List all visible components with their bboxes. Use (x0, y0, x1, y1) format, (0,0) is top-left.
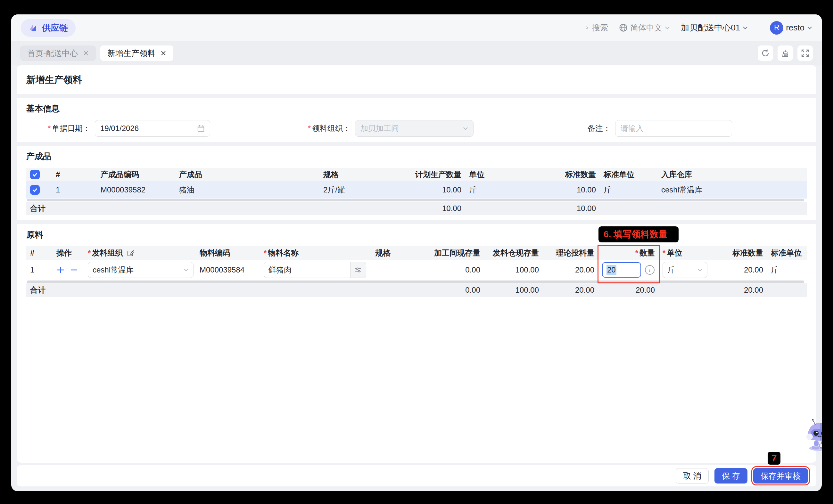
col-planned-qty: 计划生产数量 (398, 168, 465, 181)
bill-date-value[interactable] (100, 124, 197, 133)
col-spec: 规格 (319, 168, 398, 181)
issue-org-select[interactable]: ceshi常温库 (88, 262, 193, 278)
qty-input[interactable]: 20 (602, 262, 641, 278)
search-button[interactable]: 搜索 (585, 22, 608, 33)
col-material-name: *物料名称 (260, 246, 371, 260)
refresh-icon (761, 49, 769, 57)
total-label: 合计 (26, 202, 97, 215)
save-button[interactable]: 保 存 (714, 468, 747, 483)
col-material-code: 物料编码 (196, 246, 260, 260)
fullscreen-button[interactable] (798, 46, 813, 61)
org-selector[interactable]: 加贝配送中心01 (681, 22, 748, 33)
chevron-down-icon (697, 268, 703, 272)
user-menu[interactable]: R resto (770, 21, 812, 34)
assistant-mascot-icon[interactable] (801, 416, 822, 452)
row-checkbox[interactable] (30, 185, 40, 195)
section-divider (17, 94, 816, 98)
footer-bar: 7 取 消 保 存 保存并审核 (17, 465, 816, 486)
clean-tabs-button[interactable] (778, 46, 793, 61)
table-row: 1 ceshi常温库 (26, 260, 807, 280)
check-icon (32, 187, 38, 193)
products-title: 产成品 (26, 146, 807, 168)
table-row[interactable]: 1 M000039582 猪油 2斤/罐 10.00 斤 10.00 斤 ces… (26, 181, 807, 199)
col-std-qty: 标准数量 (713, 246, 767, 260)
materials-total-row: 合计 0.00 100.00 20.00 20.00 20.00 (26, 283, 807, 297)
picking-org-select[interactable]: 加贝加工间 (355, 120, 474, 137)
tab-home-distribution[interactable]: 首页-配送中心 (20, 46, 96, 61)
close-icon[interactable] (83, 50, 89, 56)
total-std-qty: 10.00 (526, 202, 600, 215)
language-selector[interactable]: 简体中文 (619, 22, 670, 33)
cell-theoretical-qty: 20.00 (543, 260, 598, 280)
app-label: 供应链 (42, 22, 68, 34)
close-icon[interactable] (161, 50, 166, 56)
chevron-down-icon (665, 26, 670, 29)
header-divider (759, 23, 759, 32)
info-icon[interactable]: i (645, 265, 654, 275)
field-picking-org: *领料组织： 加贝加工间 (286, 120, 547, 137)
check-icon (32, 171, 38, 178)
remark-value[interactable] (621, 124, 727, 133)
issue-org-value: ceshi常温库 (93, 265, 134, 275)
top-header: 供应链 搜索 简体中文 加贝配送中心01 (11, 15, 822, 41)
language-label: 简体中文 (630, 22, 662, 33)
scrollbar-thumb[interactable] (27, 280, 804, 283)
col-warehouse: 入库仓库 (658, 168, 807, 181)
products-table: # 产成品编码 产成品 规格 计划生产数量 单位 标准数量 标准单位 入库仓库 (26, 168, 807, 215)
scrollbar-thumb[interactable] (27, 199, 804, 201)
col-workshop-stock: 加工间现存量 (427, 246, 484, 260)
tab-label: 首页-配送中心 (27, 48, 78, 58)
remark-input[interactable] (615, 120, 732, 137)
unit-select[interactable]: 斤 (663, 262, 708, 278)
cancel-button[interactable]: 取 消 (676, 468, 709, 483)
chevron-down-icon (184, 268, 189, 272)
horizontal-scrollbar (26, 199, 807, 202)
total-qty: 20.00 (598, 283, 659, 297)
tab-new-production-picking[interactable]: 新增生产领料 (100, 46, 173, 61)
material-picker-button[interactable] (350, 262, 366, 278)
app-switcher[interactable]: 供应链 (21, 19, 76, 37)
sliders-icon (354, 266, 362, 274)
col-unit: *单位 (659, 246, 713, 260)
section-divider (17, 142, 816, 146)
col-warehouse-stock: 发料仓现存量 (484, 246, 543, 260)
unit-value: 斤 (667, 265, 675, 275)
total-label: 合计 (26, 283, 84, 297)
cell-product-code: M000039582 (97, 181, 175, 199)
cell-warehouse-stock: 100.00 (484, 260, 543, 280)
picking-org-value: 加贝加工间 (360, 123, 399, 133)
edit-icon[interactable] (127, 249, 134, 257)
calendar-icon[interactable] (197, 124, 205, 132)
main-content: 新增生产领料 基本信息 *单据日期： *领料组织： (17, 65, 816, 463)
chevron-down-icon (463, 127, 468, 130)
cell-std-qty: 10.00 (526, 181, 600, 199)
section-basic-info: 基本信息 *单据日期： *领料组织： 加贝加工间 (26, 98, 807, 142)
field-bill-date: *单据日期： (26, 120, 286, 137)
material-name-value[interactable] (264, 262, 350, 278)
search-label: 搜索 (592, 22, 608, 33)
globe-icon (619, 23, 628, 32)
bill-date-input[interactable] (95, 120, 210, 137)
col-theoretical-qty: 理论投料量 (543, 246, 598, 260)
section-divider (17, 220, 816, 224)
cell-std-qty: 20.00 (713, 260, 767, 280)
chevron-down-icon (743, 26, 748, 29)
total-planned-qty: 10.00 (398, 202, 465, 215)
fullscreen-icon (801, 49, 809, 57)
col-std-unit: 标准单位 (767, 246, 807, 260)
field-remark: 备注： (547, 120, 807, 137)
add-row-icon[interactable] (56, 266, 65, 274)
select-all-checkbox[interactable] (30, 170, 40, 179)
total-std-qty: 20.00 (713, 283, 767, 297)
cell-planned-qty: 10.00 (398, 181, 465, 199)
cell-spec (371, 260, 427, 280)
materials-table: # 操作 *发料组织 物料编码 *物料名称 规格 加工间现存量 发料 (26, 246, 807, 297)
app-window: 供应链 搜索 简体中文 加贝配送中心01 (11, 15, 822, 491)
material-name-input[interactable] (264, 262, 366, 278)
cell-index: 1 (52, 181, 97, 199)
col-actions: 操作 (52, 246, 84, 260)
save-and-audit-button[interactable]: 保存并审核 (753, 468, 808, 483)
remove-row-icon[interactable] (70, 266, 78, 274)
cell-material-code: M000039584 (196, 260, 260, 280)
refresh-button[interactable] (758, 46, 773, 61)
